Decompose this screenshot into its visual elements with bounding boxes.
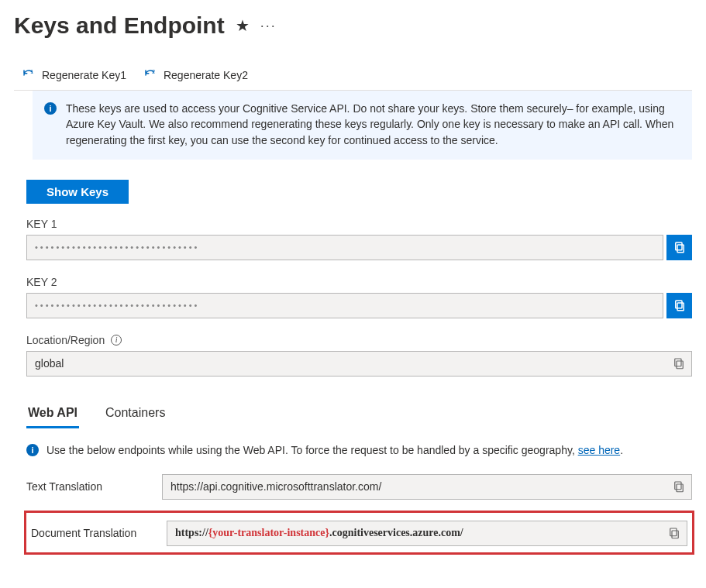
- svg-rect-14: [672, 531, 678, 538]
- region-label: Location/Region i: [26, 334, 692, 346]
- text-translation-endpoint[interactable]: https://api.cognitive.microsofttranslato…: [163, 480, 666, 493]
- document-translation-endpoint[interactable]: https://{your-translator-instance}.cogni…: [167, 527, 661, 539]
- region-value[interactable]: global: [27, 357, 666, 370]
- regenerate-key2-label: Regenerate Key2: [164, 69, 248, 81]
- svg-rect-7: [675, 301, 681, 308]
- key2-input[interactable]: •••••••••••••••••••••••••••••••: [26, 293, 663, 318]
- refresh-icon: 2: [143, 68, 157, 82]
- regenerate-key2-button[interactable]: 2 Regenerate Key2: [143, 68, 248, 82]
- info-tooltip-icon[interactable]: i: [111, 335, 122, 346]
- endpoint-tabs: Web API Containers: [26, 401, 692, 428]
- svg-rect-6: [677, 303, 684, 311]
- info-icon: i: [26, 444, 39, 456]
- regenerate-key1-button[interactable]: 1 Regenerate Key1: [22, 68, 126, 82]
- svg-rect-8: [677, 361, 683, 369]
- svg-text:1: 1: [30, 69, 33, 74]
- favorite-star-icon[interactable]: ★: [236, 16, 250, 35]
- copy-region-button[interactable]: [666, 351, 691, 377]
- copy-text-translation-button[interactable]: [666, 474, 691, 500]
- svg-text:2: 2: [152, 69, 155, 74]
- refresh-icon: 1: [22, 68, 36, 82]
- page-header: Keys and Endpoint ★ ···: [14, 6, 692, 53]
- svg-text:i: i: [31, 445, 33, 455]
- svg-rect-4: [677, 245, 684, 253]
- command-bar: 1 Regenerate Key1 2 Regenerate Key2: [14, 53, 692, 91]
- web-api-info: i Use the below endpoints while using th…: [26, 442, 692, 459]
- info-icon: i: [44, 102, 57, 115]
- document-translation-row: Document Translation https://{your-trans…: [31, 521, 687, 546]
- key1-label: KEY 1: [26, 218, 692, 230]
- svg-rect-15: [670, 528, 676, 536]
- info-banner-text: These keys are used to access your Cogni…: [66, 101, 677, 148]
- document-translation-label: Document Translation: [31, 527, 167, 539]
- svg-rect-12: [677, 484, 683, 492]
- page-title: Keys and Endpoint: [14, 12, 225, 39]
- see-here-link[interactable]: see here: [578, 444, 620, 456]
- web-api-info-text: Use the below endpoints while using the …: [46, 444, 578, 456]
- text-translation-row: Text Translation https://api.cognitive.m…: [26, 474, 692, 500]
- svg-text:i: i: [49, 104, 51, 113]
- key2-label: KEY 2: [26, 276, 692, 288]
- copy-document-translation-button[interactable]: [661, 521, 687, 546]
- svg-rect-9: [674, 359, 680, 366]
- more-menu-icon[interactable]: ···: [260, 18, 277, 34]
- key1-block: KEY 1 •••••••••••••••••••••••••••••••: [26, 218, 692, 260]
- regenerate-key1-label: Regenerate Key1: [42, 69, 126, 81]
- copy-key1-button[interactable]: [666, 235, 692, 260]
- info-banner: i These keys are used to access your Cog…: [33, 91, 692, 160]
- region-block: Location/Region i global: [26, 334, 692, 377]
- text-translation-label: Text Translation: [26, 480, 162, 493]
- show-keys-button[interactable]: Show Keys: [26, 180, 129, 204]
- svg-rect-13: [674, 482, 680, 490]
- copy-key2-button[interactable]: [666, 293, 692, 318]
- document-translation-highlight: Document Translation https://{your-trans…: [24, 511, 694, 555]
- svg-rect-5: [675, 242, 681, 250]
- tab-web-api[interactable]: Web API: [26, 401, 79, 428]
- key2-block: KEY 2 •••••••••••••••••••••••••••••••: [26, 276, 692, 318]
- key1-input[interactable]: •••••••••••••••••••••••••••••••: [26, 235, 663, 260]
- tab-containers[interactable]: Containers: [104, 401, 167, 428]
